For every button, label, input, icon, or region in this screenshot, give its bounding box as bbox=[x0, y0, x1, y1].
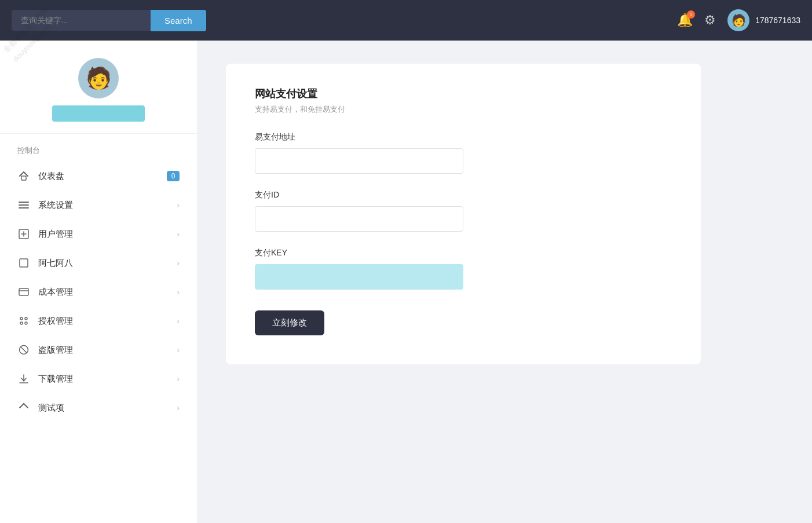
aqab-icon bbox=[17, 257, 30, 269]
system-settings-label: 系统设置 bbox=[38, 200, 177, 211]
svg-rect-5 bbox=[20, 259, 28, 267]
svg-point-9 bbox=[25, 317, 27, 320]
card-subtitle: 支持易支付，和免挂易支付 bbox=[255, 104, 672, 115]
sidebar-item-user-management[interactable]: 用户管理 › bbox=[0, 220, 197, 248]
sidebar-profile: 🧑 bbox=[0, 41, 197, 134]
user-menu[interactable]: 🧑 1787671633 bbox=[727, 9, 800, 31]
more-label: 测试项 bbox=[38, 403, 177, 414]
submit-button[interactable]: 立刻修改 bbox=[255, 310, 324, 335]
sidebar-item-more[interactable]: 测试项 › bbox=[0, 393, 197, 422]
system-settings-icon bbox=[17, 199, 30, 211]
download-management-arrow: › bbox=[177, 374, 180, 383]
notification-badge: 1 bbox=[687, 10, 695, 19]
auth-management-arrow: › bbox=[177, 316, 180, 325]
search-area: Search bbox=[12, 10, 206, 31]
more-icon bbox=[17, 401, 30, 414]
pay-id-input[interactable] bbox=[255, 206, 463, 232]
pay-key-group: 支付KEY bbox=[255, 248, 672, 290]
dashboard-label: 仪表盘 bbox=[38, 171, 167, 182]
pay-key-label: 支付KEY bbox=[255, 248, 672, 258]
sidebar-item-system-settings[interactable]: 系统设置 › bbox=[0, 191, 197, 220]
cost-management-arrow: › bbox=[177, 287, 180, 297]
dashboard-icon bbox=[17, 170, 30, 182]
svg-point-10 bbox=[20, 322, 23, 324]
username: 1787671633 bbox=[755, 16, 800, 25]
pay-address-label: 易支付地址 bbox=[255, 132, 672, 142]
system-settings-arrow: › bbox=[177, 200, 180, 210]
svg-rect-0 bbox=[21, 176, 26, 180]
payment-settings-card: 网站支付设置 支持易支付，和免挂易支付 易支付地址 支付ID 支付KEY 立刻修… bbox=[226, 64, 701, 364]
settings-icon[interactable]: ⚙ bbox=[704, 13, 716, 28]
piracy-management-label: 盗版管理 bbox=[38, 345, 177, 356]
pay-address-input[interactable] bbox=[255, 148, 463, 174]
pay-address-group: 易支付地址 bbox=[255, 132, 672, 174]
sidebar-item-piracy-management[interactable]: 盗版管理 › bbox=[0, 335, 197, 364]
aqab-arrow: › bbox=[177, 258, 180, 268]
sidebar-item-download-management[interactable]: 下载管理 › bbox=[0, 364, 197, 393]
user-management-label: 用户管理 bbox=[38, 229, 177, 240]
cost-management-icon bbox=[17, 286, 30, 298]
auth-management-label: 授权管理 bbox=[38, 316, 177, 327]
profile-bar bbox=[52, 105, 145, 122]
layout: 🧑 控制台 仪表盘 0 系统设置 › 用户管理 › bbox=[0, 41, 812, 523]
header-right: 🔔 1 ⚙ 🧑 1787671633 bbox=[677, 9, 800, 31]
pay-key-input[interactable] bbox=[255, 264, 463, 290]
sidebar: 🧑 控制台 仪表盘 0 系统设置 › 用户管理 › bbox=[0, 41, 197, 523]
download-management-label: 下载管理 bbox=[38, 374, 177, 385]
user-management-arrow: › bbox=[177, 229, 180, 239]
svg-rect-6 bbox=[19, 288, 28, 295]
card-title: 网站支付设置 bbox=[255, 87, 672, 101]
notification-icon[interactable]: 🔔 1 bbox=[677, 13, 693, 28]
dashboard-badge: 0 bbox=[167, 171, 180, 181]
search-input[interactable] bbox=[12, 10, 151, 31]
cost-management-label: 成本管理 bbox=[38, 287, 177, 298]
aqab-label: 阿七阿八 bbox=[38, 258, 177, 269]
piracy-management-arrow: › bbox=[177, 345, 180, 354]
svg-point-8 bbox=[20, 317, 23, 320]
svg-point-11 bbox=[25, 322, 27, 324]
auth-management-icon bbox=[17, 314, 30, 327]
sidebar-item-auth-management[interactable]: 授权管理 › bbox=[0, 306, 197, 335]
pay-id-group: 支付ID bbox=[255, 190, 672, 232]
pay-id-label: 支付ID bbox=[255, 190, 672, 200]
sidebar-section-title: 控制台 bbox=[0, 140, 197, 162]
search-button[interactable]: Search bbox=[151, 10, 206, 31]
sidebar-item-aqab[interactable]: 阿七阿八 › bbox=[0, 248, 197, 277]
svg-line-13 bbox=[21, 347, 27, 353]
header: Search 🔔 1 ⚙ 🧑 1787671633 bbox=[0, 0, 812, 41]
sidebar-item-cost-management[interactable]: 成本管理 › bbox=[0, 277, 197, 306]
user-management-icon bbox=[17, 228, 30, 240]
profile-avatar: 🧑 bbox=[78, 58, 119, 98]
download-management-icon bbox=[17, 372, 30, 385]
sidebar-item-dashboard[interactable]: 仪表盘 0 bbox=[0, 162, 197, 191]
piracy-management-icon bbox=[17, 343, 30, 356]
avatar: 🧑 bbox=[727, 9, 749, 31]
more-arrow: › bbox=[177, 403, 180, 412]
main-content: 网站支付设置 支持易支付，和免挂易支付 易支付地址 支付ID 支付KEY 立刻修… bbox=[197, 41, 812, 523]
